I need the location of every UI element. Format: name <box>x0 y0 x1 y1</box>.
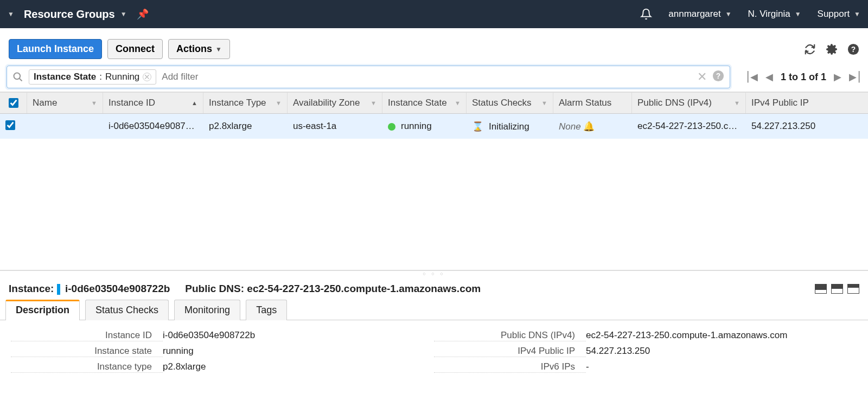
actions-label: Actions <box>176 43 212 55</box>
sort-icon: ▼ <box>734 100 740 106</box>
pane-size-small[interactable] <box>815 284 827 294</box>
column-public-dns[interactable]: Public DNS (IPv4)▼ <box>632 93 746 113</box>
region-name: N. Virginia <box>748 9 790 20</box>
desc-key-instance-state: Instance state <box>11 346 163 357</box>
desc-key-ipv6-ips: IPv6 IPs <box>434 361 586 373</box>
region-menu[interactable]: N. Virginia ▼ <box>748 9 801 20</box>
cell-alarm-status: None <box>559 121 581 132</box>
selection-marker-icon <box>57 284 60 295</box>
detail-instance-id: i-0d6e03504e908722b <box>65 283 170 294</box>
resource-groups-menu[interactable]: Resource Groups ▼ <box>24 8 127 21</box>
chevron-down-icon: ▼ <box>854 10 860 18</box>
cell-ipv4-public-ip: 54.227.213.250 <box>746 121 833 132</box>
column-instance-id[interactable]: Instance ID▲ <box>103 93 203 113</box>
account-name: annmargaret <box>668 9 720 20</box>
add-filter-input[interactable] <box>162 72 692 82</box>
sort-icon: ▼ <box>455 100 461 106</box>
page-prev-icon[interactable]: ◀ <box>765 71 773 83</box>
cell-availability-zone: us-east-1a <box>288 121 382 132</box>
detail-public-dns-summary: Public DNS: ec2-54-227-213-250.compute-1… <box>185 283 481 295</box>
tab-description[interactable]: Description <box>5 300 80 320</box>
filter-tag-instance-state[interactable]: Instance State : Running ✕ <box>29 69 156 85</box>
hourglass-icon: ⌛ <box>472 121 483 132</box>
sort-icon: ▼ <box>91 100 97 106</box>
sort-icon: ▼ <box>541 100 547 106</box>
svg-point-3 <box>14 73 21 80</box>
connect-button[interactable]: Connect <box>107 39 163 59</box>
resource-groups-label: Resource Groups <box>24 8 115 21</box>
filter-help-icon[interactable]: ? <box>712 70 724 85</box>
cell-instance-type: p2.8xlarge <box>203 121 288 132</box>
desc-val-instance-id: i-0d6e03504e908722b <box>163 330 255 341</box>
help-icon[interactable]: ? <box>847 43 859 55</box>
tab-tags[interactable]: Tags <box>246 300 287 320</box>
sort-icon: ▼ <box>371 100 376 106</box>
chevron-down-icon: ▼ <box>215 46 222 53</box>
page-next-icon[interactable]: ▶ <box>834 71 841 83</box>
status-dot-running-icon <box>388 123 395 131</box>
desc-val-ipv4-public-ip: 54.227.213.250 <box>586 346 650 357</box>
filter-tag-value: Running <box>105 72 139 82</box>
svg-text:?: ? <box>851 45 856 53</box>
desc-key-ipv4-public-ip: IPv4 Public IP <box>434 346 586 357</box>
page-first-icon[interactable]: ⎮◀ <box>745 71 758 83</box>
column-alarm-status[interactable]: Alarm Status <box>553 93 632 113</box>
svg-line-4 <box>20 79 22 81</box>
filter-box[interactable]: Instance State : Running ✕ ✕ ? <box>7 66 730 88</box>
services-dropdown-caret[interactable]: ▼ <box>8 10 14 18</box>
page-range-text: 1 to 1 of 1 <box>781 72 826 83</box>
cell-instance-state: running <box>401 121 432 131</box>
launch-instance-button[interactable]: Launch Instance <box>9 39 102 59</box>
table-row[interactable]: i-0d6e03504e90872… p2.8xlarge us-east-1a… <box>0 114 868 139</box>
cell-instance-id: i-0d6e03504e90872… <box>103 121 203 132</box>
remove-filter-icon[interactable]: ✕ <box>143 73 151 81</box>
select-all-checkbox[interactable] <box>0 93 27 113</box>
column-instance-state[interactable]: Instance State▼ <box>382 93 467 113</box>
detail-instance-summary: Instance: i-0d6e03504e908722b <box>9 283 170 295</box>
chevron-down-icon: ▼ <box>795 10 801 18</box>
support-label: Support <box>818 9 850 20</box>
cell-status-checks: Initializing <box>489 121 529 132</box>
desc-val-public-dns: ec2-54-227-213-250.compute-1.amazonaws.c… <box>586 330 787 341</box>
row-checkbox[interactable] <box>5 120 15 130</box>
desc-key-public-dns: Public DNS (IPv4) <box>434 330 586 341</box>
pin-icon[interactable]: 📌 <box>137 8 149 20</box>
pane-size-large[interactable] <box>847 284 859 294</box>
chevron-down-icon: ▼ <box>120 10 127 18</box>
settings-gear-icon[interactable] <box>826 43 838 55</box>
detail-public-dns: ec2-54-227-213-250.compute-1.amazonaws.c… <box>247 283 481 294</box>
actions-button[interactable]: Actions ▼ <box>168 39 230 59</box>
account-menu[interactable]: annmargaret ▼ <box>668 9 731 20</box>
desc-val-ipv6-ips: - <box>586 361 589 372</box>
bell-icon[interactable] <box>640 8 652 20</box>
chevron-down-icon: ▼ <box>725 10 732 18</box>
clear-filters-icon[interactable]: ✕ <box>697 70 707 84</box>
filter-tag-key: Instance State <box>34 72 96 82</box>
refresh-icon[interactable] <box>804 43 816 55</box>
alarm-add-icon[interactable]: 🔔 <box>583 121 595 132</box>
column-ipv4-public-ip[interactable]: IPv4 Public IP <box>746 93 833 113</box>
pane-size-medium[interactable] <box>831 284 843 294</box>
support-menu[interactable]: Support ▼ <box>818 9 860 20</box>
page-last-icon[interactable]: ▶⎮ <box>849 71 861 83</box>
search-icon <box>12 72 23 82</box>
desc-val-instance-state: running <box>163 346 194 357</box>
svg-text:?: ? <box>716 72 720 80</box>
desc-key-instance-type: Instance type <box>11 361 163 373</box>
column-status-checks[interactable]: Status Checks▼ <box>467 93 553 113</box>
cell-public-dns: ec2-54-227-213-250.co… <box>632 121 746 132</box>
tab-monitoring[interactable]: Monitoring <box>174 300 240 320</box>
column-name[interactable]: Name▼ <box>27 93 103 113</box>
desc-val-instance-type: p2.8xlarge <box>163 361 206 372</box>
tab-status-checks[interactable]: Status Checks <box>85 300 169 320</box>
desc-key-instance-id: Instance ID <box>11 330 163 341</box>
pane-resize-handle[interactable]: ○ ○ ○ <box>0 270 868 276</box>
column-instance-type[interactable]: Instance Type▼ <box>203 93 288 113</box>
sort-icon: ▼ <box>276 100 282 106</box>
sort-asc-icon: ▲ <box>192 100 197 106</box>
column-availability-zone[interactable]: Availability Zone▼ <box>288 93 382 113</box>
